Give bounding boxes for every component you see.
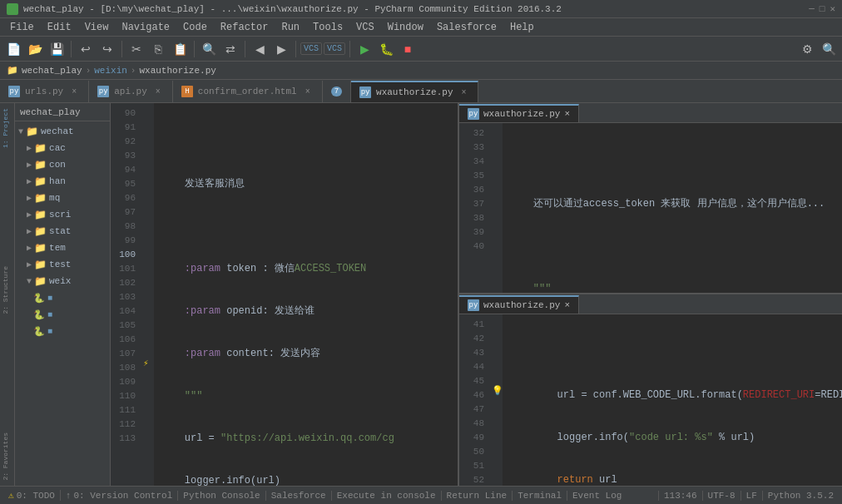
right-top-tab-wxauth[interactable]: py wxauthorize.py × — [459, 104, 579, 122]
breadcrumb-file[interactable]: wxauthorize.py — [139, 66, 215, 76]
undo-btn[interactable]: ↩ — [76, 39, 96, 59]
redo-btn[interactable]: ↪ — [97, 39, 117, 59]
tree-item-file3[interactable]: 🐍 ■ — [15, 323, 110, 339]
tab-urls[interactable]: py urls.py × — [0, 81, 89, 102]
copy-btn[interactable]: ⎘ — [148, 39, 168, 59]
status-run[interactable]: Execute in console — [332, 491, 442, 501]
menu-view[interactable]: View — [78, 20, 116, 35]
tab-api-close[interactable]: × — [152, 86, 164, 97]
tree-item-file1[interactable]: 🐍 ■ — [15, 289, 110, 306]
save-btn[interactable]: 💾 — [47, 39, 67, 59]
status-return[interactable]: Return Line — [442, 491, 513, 501]
run-btn[interactable]: ▶ — [354, 39, 374, 59]
tree-item-test[interactable]: ▶ 📁 test — [15, 256, 110, 273]
menu-window[interactable]: Window — [381, 20, 430, 35]
status-vcs[interactable]: ↑ 0: Version Control — [61, 491, 178, 501]
replace-btn[interactable]: ⇄ — [220, 39, 240, 59]
menu-salesforce[interactable]: Salesforce — [430, 20, 503, 35]
breadcrumb-weixin[interactable]: weixin — [94, 66, 127, 76]
tree-arrow-han: ▶ — [27, 176, 32, 186]
forward-btn[interactable]: ▶ — [271, 39, 291, 59]
tree-item-con[interactable]: ▶ 📁 con — [15, 156, 110, 173]
project-tree-title: wechat_play — [20, 107, 81, 117]
close-btn[interactable]: ✕ — [830, 3, 835, 14]
menu-code[interactable]: Code — [176, 20, 214, 35]
menu-vcs[interactable]: VCS — [349, 20, 381, 35]
menu-tools[interactable]: Tools — [306, 20, 349, 35]
code-area-left[interactable]: 发送客服消息 :param token : 微信ACCESS_TOKEN :pa… — [154, 103, 458, 486]
menu-help[interactable]: Help — [503, 20, 541, 35]
tab-urls-close[interactable]: × — [68, 86, 80, 97]
tab-wxauth-close[interactable]: × — [458, 86, 469, 98]
back-btn[interactable]: ◀ — [250, 39, 270, 59]
right-bottom-tab-close[interactable]: × — [564, 300, 570, 310]
tree-arrow-tem: ▶ — [27, 243, 32, 253]
right-bottom-tabs: py wxauthorize.py × — [459, 294, 842, 314]
tree-item-root[interactable]: ▼ 📁 wechat — [15, 123, 110, 140]
tab-api-icon: py — [97, 86, 109, 97]
open-btn[interactable]: 📂 — [25, 39, 45, 59]
tree-item-weix[interactable]: ▼ 📁 weix — [15, 273, 110, 289]
title-bar: wechat_play - [D:\my\wechat_play] - ...\… — [0, 0, 842, 18]
menu-run[interactable]: Run — [275, 20, 306, 35]
right-bottom-tab-wxauth[interactable]: py wxauthorize.py × — [459, 295, 579, 314]
paste-btn[interactable]: 📋 — [170, 39, 190, 59]
status-linefeed[interactable]: LF — [740, 491, 762, 501]
status-todo[interactable]: ⚠ 0: TODO — [3, 490, 61, 501]
minimize-btn[interactable]: ─ — [809, 4, 815, 14]
editor-left[interactable]: 90 91 92 93 94 95 96 97 98 99 100 101 10… — [111, 103, 459, 486]
menu-navigate[interactable]: Navigate — [115, 20, 176, 35]
menu-edit[interactable]: Edit — [41, 20, 78, 35]
tree-item-tem[interactable]: ▶ 📁 tem — [15, 240, 110, 256]
tab-confirm[interactable]: H confirm_order.html × — [173, 81, 323, 102]
file-icon-3: 🐍 — [33, 326, 45, 337]
status-python-console[interactable]: Python Console — [178, 491, 265, 501]
tab-confirm-close[interactable]: × — [302, 86, 314, 97]
debug-btn[interactable]: 🐛 — [376, 39, 396, 59]
status-terminal[interactable]: Terminal — [513, 491, 567, 501]
tree-item-han[interactable]: ▶ 📁 han — [15, 173, 110, 190]
search-everywhere-btn[interactable]: 🔍 — [819, 39, 839, 59]
right-top-content: 32 33 34 35 36 37 38 39 40 还可以通过access_t… — [459, 123, 842, 293]
tree-arrow-mq: ▶ — [27, 193, 32, 203]
right-top-tab-close[interactable]: × — [564, 109, 570, 119]
tree-item-scri[interactable]: ▶ 📁 scri — [15, 206, 110, 223]
folder-icon-stat: 📁 — [34, 225, 47, 238]
status-encoding[interactable]: UTF-8 — [702, 491, 740, 501]
tree-item-mq[interactable]: ▶ 📁 mq — [15, 190, 110, 206]
code-area-right-bottom[interactable]: url = conf.WEB_CODE_URL.format(REDIRECT_… — [503, 314, 842, 486]
tree-label-file1: ■ — [47, 294, 52, 303]
tab-wxauth[interactable]: py wxauthorize.py × — [351, 81, 478, 102]
project-panel-btn[interactable]: 1: Project — [0, 103, 15, 153]
tab-more[interactable]: 7 — [323, 81, 351, 102]
tree-label-file3: ■ — [47, 327, 52, 336]
tree-item-stat[interactable]: ▶ 📁 stat — [15, 223, 110, 240]
structure-panel-btn[interactable]: 2: Structure — [0, 261, 15, 319]
menu-file[interactable]: File — [3, 20, 41, 35]
tree-item-file2[interactable]: 🐍 ■ — [15, 306, 110, 323]
folder-icon-mq: 📁 — [34, 192, 47, 205]
tree-label-file2: ■ — [47, 310, 52, 319]
settings-btn[interactable]: ⚙ — [797, 39, 817, 59]
app-icon — [7, 3, 18, 15]
tree-item-cac[interactable]: ▶ 📁 cac — [15, 140, 110, 156]
maximize-btn[interactable]: □ — [820, 4, 825, 14]
find-btn[interactable]: 🔍 — [199, 39, 219, 59]
favorites-panel-btn[interactable]: 2: Favorites — [0, 427, 15, 486]
cut-btn[interactable]: ✂ — [126, 39, 146, 59]
new-file-btn[interactable]: 📄 — [3, 39, 23, 59]
line-numbers-right-bottom: 41 42 43 44 45 46 47 48 49 50 51 52 53 5… — [459, 314, 491, 486]
stop-btn[interactable]: ■ — [398, 39, 418, 59]
tree-label-cac: cac — [49, 143, 66, 153]
status-salesforce[interactable]: Salesforce — [266, 491, 332, 501]
tree-label-stat: stat — [49, 226, 71, 236]
folder-icon-test: 📁 — [34, 259, 47, 271]
menu-refactor[interactable]: Refactor — [214, 20, 275, 35]
tab-confirm-label: confirm_order.html — [198, 86, 297, 96]
code-area-right-top[interactable]: 还可以通过access_token 来获取 用户信息，这个用户信息... """… — [503, 123, 842, 293]
breadcrumb-root[interactable]: wechat_play — [22, 66, 82, 76]
status-event-log[interactable]: Event Log — [567, 491, 627, 501]
vcs-badge-1: VCS — [300, 42, 322, 55]
tab-api[interactable]: py api.py × — [89, 81, 173, 102]
tree-label-scri: scri — [49, 210, 71, 220]
